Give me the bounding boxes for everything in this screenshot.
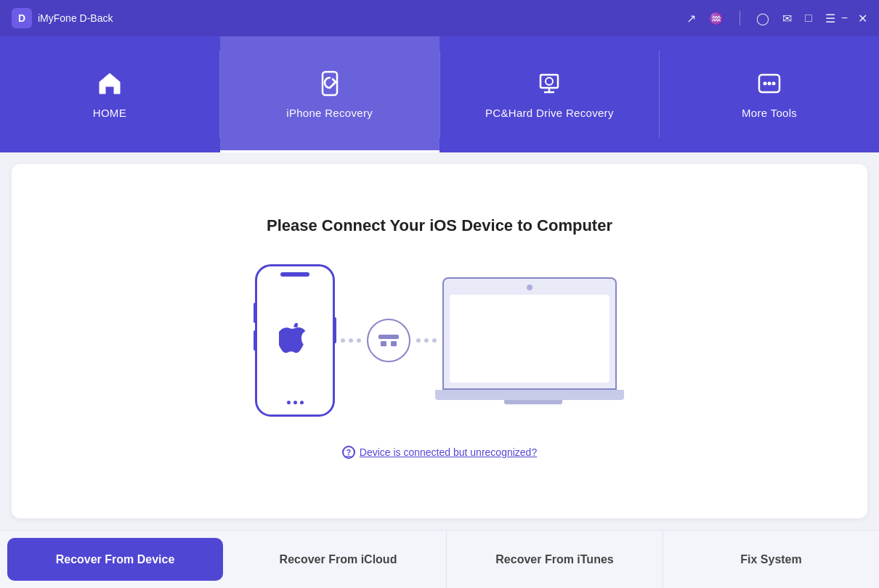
usb-prong-left — [381, 341, 386, 346]
phone-home-dots — [287, 401, 304, 404]
title-bar-icons: ↗ ♒ ◯ ✉ □ ☰ — [686, 11, 835, 25]
connect-title: Please Connect Your iOS Device to Comput… — [267, 216, 612, 235]
phone-side-btn — [254, 303, 256, 323]
bottom-tabs: Recover From Device Recover From iCloud … — [0, 530, 879, 588]
phone-right-btn — [333, 317, 336, 343]
app-name: iMyFone D-Back — [38, 12, 686, 24]
app-logo: D — [12, 8, 32, 28]
tab-recover-icloud[interactable]: Recover From iCloud — [230, 531, 447, 588]
usb-prong-right — [391, 341, 397, 346]
nav-item-iphone-recovery[interactable]: iPhone Recovery — [220, 36, 440, 152]
minimize-button[interactable]: − — [841, 12, 848, 25]
menu-icon[interactable]: ☰ — [825, 12, 835, 25]
tab-recover-itunes-label: Recover From iTunes — [495, 553, 613, 566]
share-icon[interactable]: ↗ — [686, 12, 696, 25]
usb-prongs — [381, 341, 397, 346]
tab-fix-system[interactable]: Fix System — [663, 531, 879, 588]
help-icon: ? — [342, 446, 355, 459]
svg-point-7 — [768, 82, 771, 86]
svg-point-2 — [546, 78, 553, 85]
laptop-illustration — [442, 277, 624, 404]
nav-label-more-tools: More Tools — [742, 107, 797, 119]
laptop-stand — [504, 400, 562, 404]
apple-logo-icon — [279, 323, 311, 366]
nav-label-pc-recovery: PC&Hard Drive Recovery — [485, 107, 614, 119]
nav-item-more-tools[interactable]: More Tools — [660, 36, 879, 152]
nav-label-home: HOME — [93, 107, 126, 119]
svg-rect-1 — [540, 75, 558, 88]
laptop-base — [435, 390, 624, 400]
nav-item-home[interactable]: HOME — [0, 36, 219, 152]
chat-icon[interactable]: □ — [805, 12, 812, 25]
location-icon[interactable]: ◯ — [756, 12, 769, 25]
tab-recover-device-label: Recover From Device — [56, 553, 175, 566]
tab-fix-system-label: Fix System — [740, 553, 801, 566]
cable-illustration — [335, 319, 442, 362]
main-content: Please Connect Your iOS Device to Comput… — [12, 164, 867, 518]
more-tools-icon — [753, 68, 785, 99]
separator — [740, 11, 740, 25]
home-icon — [94, 68, 126, 99]
usb-inner — [378, 335, 399, 346]
window-controls: − ✕ — [841, 12, 867, 25]
phone-illustration — [255, 264, 335, 417]
user-icon[interactable]: ♒ — [709, 12, 724, 25]
svg-point-8 — [772, 82, 776, 86]
pc-recovery-icon — [533, 68, 565, 99]
usb-connector — [367, 319, 410, 362]
tab-recover-itunes[interactable]: Recover From iTunes — [447, 531, 663, 588]
usb-top — [378, 335, 399, 339]
phone-body — [255, 264, 335, 417]
close-button[interactable]: ✕ — [858, 12, 867, 25]
help-link[interactable]: ? Device is connected but unrecognized? — [342, 446, 537, 459]
cable-dots-left — [335, 338, 367, 343]
connection-illustration — [255, 264, 624, 417]
help-link-text: Device is connected but unrecognized? — [360, 446, 537, 458]
phone-notch — [280, 272, 309, 277]
mail-icon[interactable]: ✉ — [782, 12, 792, 25]
nav-item-pc-recovery[interactable]: PC&Hard Drive Recovery — [440, 36, 660, 152]
nav-label-iphone-recovery: iPhone Recovery — [286, 107, 373, 119]
laptop-screen — [442, 277, 617, 390]
tab-recover-icloud-label: Recover From iCloud — [280, 553, 397, 566]
title-bar: D iMyFone D-Back ↗ ♒ ◯ ✉ □ ☰ − ✕ — [0, 0, 879, 36]
phone-side-btn2 — [254, 330, 256, 351]
laptop-camera — [527, 285, 532, 290]
nav-bar: HOME iPhone Recovery PC&Hard Drive Recov… — [0, 36, 879, 152]
tab-recover-device[interactable]: Recover From Device — [7, 538, 223, 581]
cable-dots-right — [410, 338, 442, 343]
laptop-screen-inner — [450, 295, 609, 383]
svg-point-6 — [763, 82, 767, 86]
iphone-recovery-icon — [314, 68, 346, 99]
